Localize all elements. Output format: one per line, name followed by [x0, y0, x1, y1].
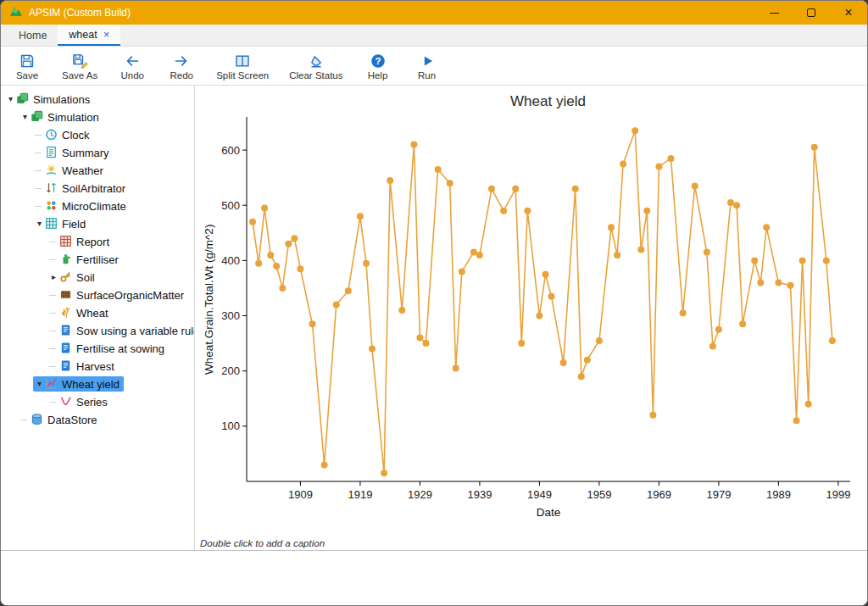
clear-status-button[interactable]: Clear Status	[282, 47, 349, 85]
tree-item-fertiliser[interactable]: Fertiliser	[1, 250, 194, 268]
tool-button-label: Split Screen	[216, 70, 269, 81]
redo-button[interactable]: Redo	[160, 47, 203, 85]
tree-item-datastore[interactable]: DataStore	[1, 410, 194, 428]
tree-item-label: Wheat	[76, 306, 108, 320]
bottom-panel	[1, 551, 867, 605]
tree-item-content: Report	[47, 234, 114, 249]
tree-item-label: SurfaceOrganicMatter	[76, 288, 184, 302]
tree-item-harvest[interactable]: Harvest	[1, 357, 194, 375]
tree-item-surfaceorganicmatter[interactable]: SurfaceOrganicMatter	[1, 286, 194, 303]
undo-button[interactable]: Undo	[111, 47, 153, 85]
help-button[interactable]: ?Help	[357, 47, 399, 85]
collapse-arrow-icon[interactable]: ▾	[34, 220, 45, 228]
manager-icon	[59, 342, 72, 354]
tree-item-soil[interactable]: ▸Soil	[1, 268, 194, 286]
collapse-arrow-icon[interactable]: ▾	[5, 95, 16, 103]
tree-item-content: DataStore	[19, 412, 102, 427]
run-icon	[419, 53, 436, 69]
tree-item-report[interactable]: Report	[1, 232, 194, 250]
tree-item-content: Sow using a variable rule	[47, 323, 195, 338]
graph-icon	[45, 377, 58, 390]
window-controls: ×	[755, 1, 867, 25]
svg-text:1939: 1939	[467, 488, 492, 501]
tree-item-label: Report	[76, 235, 109, 248]
svg-text:1929: 1929	[408, 488, 432, 501]
save-as-button[interactable]: Save As	[55, 47, 104, 85]
tree-item-content: Fertiliser	[47, 252, 123, 267]
fertiliser-icon	[59, 253, 72, 265]
svg-text:1959: 1959	[587, 488, 611, 501]
collapse-arrow-icon[interactable]: ▾	[19, 113, 31, 121]
chart-caption[interactable]: Double click to add a caption	[200, 538, 325, 548]
tree-item-series[interactable]: Series	[1, 392, 194, 410]
toolbar: SaveSave AsUndoRedoSplit ScreenClear Sta…	[1, 47, 867, 86]
tree-item-field[interactable]: ▾Field	[1, 214, 194, 232]
main-area: ▾Simulations▾SimulationClockSummaryWeath…	[1, 86, 867, 551]
svg-text:1969: 1969	[647, 488, 671, 501]
run-button[interactable]: Run	[406, 47, 448, 85]
tree-item-microclimate[interactable]: MicroClimate	[1, 197, 194, 214]
minimize-button[interactable]	[755, 1, 793, 25]
tree-item-fertilise-at-sowing[interactable]: Fertilise at sowing	[1, 339, 194, 357]
svg-text:400: 400	[221, 254, 240, 267]
tree-item-sow-using-a-variable-rule[interactable]: Sow using a variable rule	[1, 321, 194, 339]
tree-item-summary[interactable]: Summary	[1, 143, 194, 161]
apsim-logo	[9, 4, 23, 21]
weather-icon	[45, 164, 58, 176]
manager-icon	[59, 324, 72, 336]
tree-item-content: ▾Simulations	[4, 92, 94, 107]
collapse-arrow-icon[interactable]: ▾	[34, 380, 45, 388]
tree-item-content: Clock	[33, 127, 94, 142]
tree-item-wheat[interactable]: Wheat	[1, 303, 194, 321]
clock-icon	[45, 128, 58, 141]
tab-bar: Homewheat×	[1, 25, 867, 47]
tab-home[interactable]: Home	[8, 25, 58, 46]
tree-item-label: Simulation	[47, 110, 99, 124]
split-screen-button[interactable]: Split Screen	[209, 47, 275, 85]
svg-text:1999: 1999	[826, 488, 850, 501]
tree-item-soilarbitrator[interactable]: SoilArbitrator	[1, 179, 194, 197]
close-tab-icon[interactable]: ×	[103, 29, 110, 40]
tree-item-label: Summary	[62, 146, 109, 159]
close-button[interactable]: ×	[830, 1, 867, 25]
save-icon	[19, 53, 36, 69]
report-icon	[59, 235, 72, 247]
tab-label: wheat	[69, 29, 97, 41]
tree-item-content: Wheat	[47, 305, 113, 320]
tree-item-content: ▾Simulation	[19, 109, 103, 125]
tree-item-label: Weather	[62, 164, 103, 177]
datastore-icon	[31, 413, 43, 425]
expand-arrow-icon[interactable]: ▸	[48, 273, 59, 281]
tree-item-clock[interactable]: Clock	[1, 125, 194, 143]
tree-item-content: SurfaceOrganicMatter	[47, 287, 188, 303]
summary-icon	[45, 146, 58, 158]
tab-wheat[interactable]: wheat×	[58, 25, 120, 46]
simulation-tree: ▾Simulations▾SimulationClockSummaryWeath…	[1, 86, 195, 550]
window-title: APSIM (Custom Build)	[29, 7, 131, 19]
minimize-icon	[770, 13, 779, 14]
svg-text:300: 300	[221, 309, 240, 322]
save-as-icon	[71, 53, 88, 69]
clear-status-icon	[308, 53, 325, 69]
tree-item-content: ▾Wheat yield	[33, 376, 124, 392]
svg-text:100: 100	[221, 420, 240, 432]
tree-item-label: Series	[76, 395, 108, 409]
save-button[interactable]: Save	[6, 47, 48, 85]
tree-item-simulation[interactable]: ▾Simulation	[1, 108, 194, 125]
simulations-icon	[16, 92, 29, 105]
tree-item-label: Wheat yield	[62, 377, 120, 391]
tree-item-wheat-yield[interactable]: ▾Wheat yield	[1, 375, 194, 392]
tree-item-content: SoilArbitrator	[33, 181, 130, 196]
series-icon	[59, 395, 72, 408]
tree-item-label: Harvest	[76, 359, 114, 373]
chart-panel: Wheat yield Wheat.Grain.Total.Wt (g/m^2)…	[195, 86, 867, 550]
tool-button-label: Save	[16, 70, 38, 81]
maximize-button[interactable]	[793, 1, 830, 25]
tree-item-simulations[interactable]: ▾Simulations	[1, 90, 194, 108]
wheat-yield-plot[interactable]: 1002003004005006001909191919291939194919…	[209, 107, 862, 520]
title-bar: APSIM (Custom Build) ×	[1, 1, 867, 25]
split-screen-icon	[234, 53, 251, 69]
tree-item-weather[interactable]: Weather	[1, 161, 194, 179]
tree-item-content: Fertilise at sowing	[47, 341, 169, 356]
tree-item-label: Fertilise at sowing	[76, 342, 164, 355]
